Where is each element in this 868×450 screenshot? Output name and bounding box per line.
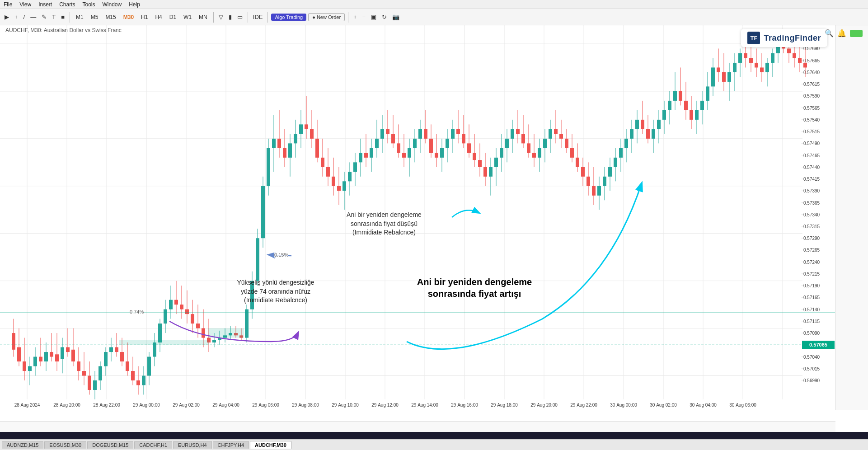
tf-m15[interactable]: M15 [103, 13, 118, 21]
separator1 [70, 12, 70, 23]
menu-bar: File View Insert Charts Tools Window Hel… [0, 0, 868, 9]
auto-scroll-btn[interactable]: ↻ [380, 11, 389, 23]
tab-eurusd-h4[interactable]: EURUSD,H4 [173, 441, 212, 449]
bar-btn[interactable]: ▭ [235, 11, 244, 23]
chart-type-btn[interactable]: ▽ [217, 11, 225, 23]
draw-tool[interactable]: ✎ [40, 11, 48, 23]
tf-w1[interactable]: W1 [181, 13, 194, 21]
new-order-btn[interactable]: ● New Order [308, 13, 345, 21]
chart-canvas[interactable] [0, 25, 835, 410]
price-axis [835, 25, 868, 410]
text-tool[interactable]: T [50, 11, 57, 23]
top-right-actions: 🔍 🔔 [825, 29, 863, 38]
separator3 [248, 12, 248, 23]
tab-eosusd-m30[interactable]: EOSUSD,M30 [44, 441, 86, 449]
tab-chfjpy-h4[interactable]: CHFJPY,H4 [213, 441, 249, 449]
tf-m1[interactable]: M1 [73, 13, 86, 21]
zoom-out-btn[interactable]: − [361, 11, 368, 23]
tab-audchf-m30[interactable]: AUDCHF,M30 [250, 441, 291, 449]
zoom-in-btn[interactable]: + [352, 11, 359, 23]
candle-btn[interactable]: ▮ [227, 11, 234, 23]
main-toolbar: ▶ + / — ✎ T ■ M1 M5 M15 M30 H1 H4 D1 W1 … [0, 9, 868, 25]
tf-h1[interactable]: H1 [138, 13, 150, 21]
status-indicator [850, 30, 863, 37]
crosshair-tool[interactable]: + [13, 11, 20, 23]
menu-file[interactable]: File [4, 1, 12, 8]
menu-insert[interactable]: Insert [38, 1, 52, 8]
line-tool[interactable]: / [22, 11, 27, 23]
menu-window[interactable]: Window [103, 1, 122, 8]
notification-btn[interactable]: 🔔 [837, 29, 846, 38]
tf-d1[interactable]: D1 [167, 13, 179, 21]
tab-audnzd-m15[interactable]: AUDNZD,M15 [2, 441, 43, 449]
tf-m30[interactable]: M30 [121, 13, 136, 21]
tab-dogeusd-m15[interactable]: DOGEUSD,M15 [87, 441, 133, 449]
algo-trading-btn[interactable]: Algo Trading [271, 14, 306, 21]
separator5 [348, 12, 348, 23]
screenshot-btn[interactable]: 📷 [390, 11, 401, 23]
hline-tool[interactable]: — [28, 11, 38, 23]
tab-cadchf-h1[interactable]: CADCHF,H1 [134, 441, 172, 449]
shape-tool[interactable]: ■ [59, 11, 66, 23]
menu-help[interactable]: Help [129, 1, 140, 8]
tf-m5[interactable]: M5 [88, 13, 101, 21]
trading-finder-logo: TF TradingFinder [741, 29, 827, 47]
search-btn[interactable]: 🔍 [825, 29, 834, 38]
logo-icon: TF [747, 32, 760, 44]
cursor-tool[interactable]: ▶ [3, 11, 11, 23]
tf-h4[interactable]: H4 [152, 13, 164, 21]
tf-mn[interactable]: MN [196, 13, 210, 21]
menu-tools[interactable]: Tools [83, 1, 95, 8]
grid-btn[interactable]: ▣ [369, 11, 378, 23]
separator2 [213, 12, 214, 23]
chart-symbol-label: AUDCHF, M30: Australian Dollar vs Swiss … [5, 27, 122, 33]
tab-bar: AUDNZD,M15 EOSUSD,M30 DOGEUSD,M15 CADCHF… [0, 439, 868, 450]
menu-charts[interactable]: Charts [59, 1, 75, 8]
logo-text: TradingFinder [764, 33, 821, 43]
ide-btn[interactable]: IDE [251, 11, 265, 23]
menu-view[interactable]: View [19, 1, 31, 8]
chart-container: AUDCHF, M30: Australian Dollar vs Swiss … [0, 25, 868, 432]
separator4 [267, 12, 268, 23]
time-axis [0, 421, 835, 432]
